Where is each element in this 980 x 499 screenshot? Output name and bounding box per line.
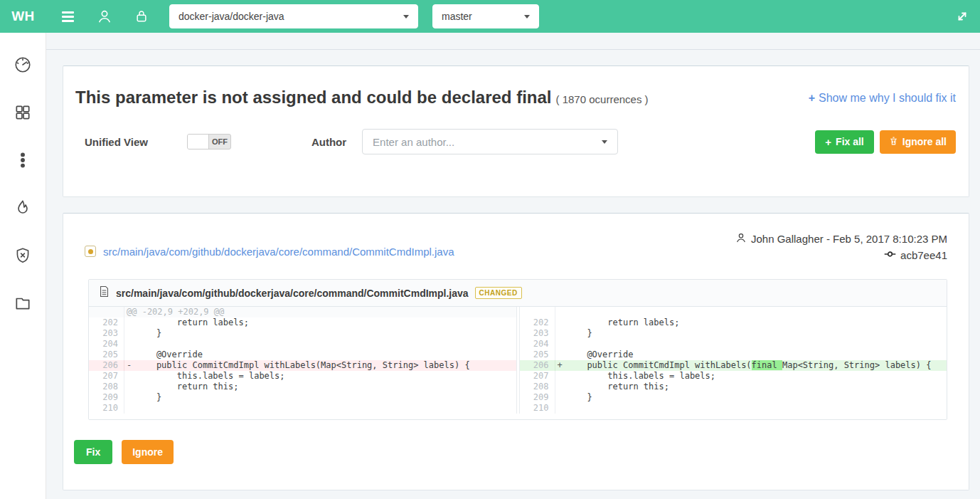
trash-icon — [889, 136, 902, 148]
diff-row: 208 return this; — [89, 382, 516, 392]
show-why-link[interactable]: +Show me why I should fix it — [809, 92, 956, 105]
diff-row: 204 — [89, 339, 516, 350]
issue-summary-card: This parameter is not assigned and could… — [63, 65, 969, 197]
sidebar-item-dashboard[interactable] — [9, 52, 37, 80]
repository-select[interactable]: docker-java/docker-java — [169, 4, 418, 28]
plus-icon: + — [825, 136, 831, 148]
left-sidebar — [0, 33, 46, 499]
plus-icon: + — [809, 92, 815, 104]
content-top-strip — [46, 33, 980, 50]
git-commit-icon — [884, 249, 900, 261]
author-label: Author — [311, 136, 346, 148]
author-select[interactable]: Enter an author... — [362, 129, 618, 154]
toggle-knob — [188, 135, 209, 149]
diff-panel: src/main/java/com/github/dockerjava/core… — [88, 279, 947, 420]
user-icon[interactable] — [94, 6, 115, 27]
diff-row: @@ -202,9 +202,9 @@ — [89, 307, 516, 317]
sidebar-item-issues[interactable] — [9, 243, 37, 271]
sidebar-item-hotspots[interactable] — [9, 195, 37, 224]
sidebar-item-more[interactable] — [9, 147, 37, 176]
diff-row: 203 } — [89, 328, 516, 339]
gauge-icon — [14, 56, 32, 77]
unified-view-toggle[interactable]: OFF — [187, 134, 231, 149]
chevron-down-icon — [524, 15, 530, 19]
diff-row: 205 @Override — [89, 350, 516, 360]
diff-split-view: @@ -202,9 +202,9 @@202 return labels;203… — [89, 307, 947, 419]
repository-select-value: docker-java/docker-java — [179, 11, 284, 22]
chevron-down-icon — [602, 140, 607, 144]
sidebar-item-modules[interactable] — [9, 100, 37, 128]
occurrence-count: ( 1870 ocurrences ) — [556, 93, 649, 105]
user-icon — [735, 232, 751, 246]
flame-icon — [14, 199, 32, 220]
lock-icon[interactable] — [131, 6, 152, 27]
modules-grid-icon — [14, 103, 32, 125]
more-dots-icon — [14, 151, 32, 172]
diff-pane-left: @@ -202,9 +202,9 @@202 return labels;203… — [89, 307, 517, 414]
diff-row: 203 } — [520, 328, 947, 339]
diff-row: 205 @Override — [520, 350, 947, 360]
diff-row: 207 this.labels = labels; — [520, 371, 947, 382]
document-icon — [99, 285, 110, 300]
toggle-state-label: OFF — [209, 135, 230, 149]
issue-title: This parameter is not assigned and could… — [75, 88, 649, 107]
diff-row: 209 } — [520, 392, 947, 403]
diff-file-path: src/main/java/com/github/dockerjava/core… — [116, 288, 469, 299]
diff-row: 202 return labels; — [520, 317, 947, 328]
fullscreen-expand-icon[interactable] — [952, 6, 973, 27]
commit-author: John Gallagher - Feb 5, 2017 8:10:23 PM — [735, 232, 947, 246]
main-content: This parameter is not assigned and could… — [46, 33, 980, 499]
diff-row: 209 } — [89, 392, 516, 403]
diff-row: 206- public CommitCmdImpl withLabels(Map… — [89, 360, 516, 371]
file-path-link[interactable]: src/main/java/com/github/dockerjava/core… — [103, 246, 454, 258]
chevron-down-icon — [403, 15, 409, 19]
app-logo: WH — [0, 9, 46, 24]
author-select-placeholder: Enter an author... — [373, 136, 454, 148]
shield-x-icon — [14, 246, 32, 268]
commit-diff-card: src/main/java/com/github/dockerjava/core… — [63, 213, 969, 490]
branch-select-value: master — [442, 11, 472, 22]
changed-status-badge: CHANGED — [475, 287, 522, 299]
diff-pane-right: 202 return labels;203 }204 205 @Override… — [519, 307, 947, 414]
sidebar-item-files[interactable] — [9, 290, 37, 319]
diff-row: 208 return this; — [520, 382, 947, 392]
folder-icon — [14, 294, 32, 315]
diff-row: 202 return labels; — [89, 317, 516, 328]
file-modified-status-icon — [85, 246, 96, 257]
unified-view-label: Unified View — [85, 136, 148, 148]
diff-row: 204 — [520, 339, 947, 350]
diff-row: 207 this.labels = labels; — [89, 371, 516, 382]
diff-row: 210 — [520, 403, 947, 414]
diff-row: 210 — [89, 403, 516, 414]
ignore-button[interactable]: Ignore — [122, 440, 174, 464]
diff-row — [520, 307, 947, 317]
commit-hash: acb7ee41 — [735, 249, 947, 261]
ignore-all-button[interactable]: Ignore all — [880, 130, 956, 154]
fix-button[interactable]: Fix — [74, 440, 112, 464]
top-navbar: WH docker-java/docker-java master — [0, 0, 980, 33]
hamburger-menu-icon[interactable] — [57, 6, 78, 27]
branch-select[interactable]: master — [432, 4, 539, 28]
fix-all-button[interactable]: + Fix all — [815, 130, 873, 154]
diff-row: 206+ public CommitCmdImpl withLabels(fin… — [520, 360, 947, 371]
